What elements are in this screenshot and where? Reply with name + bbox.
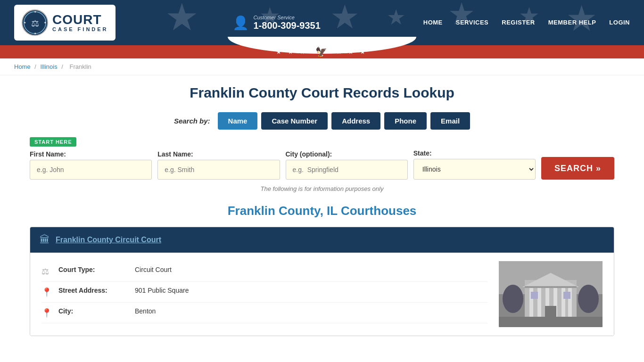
svg-text:★: ★ [34,10,36,13]
last-name-label: Last Name: [157,150,280,158]
search-form-container: START HERE First Name: Last Name: City (… [30,137,614,180]
courthouse-details: ⚖ Court Type: Circuit Court 📍 Street Add… [41,261,487,327]
courthouse-image-placeholder [499,261,603,327]
svg-point-9 [503,285,523,313]
svg-rect-19 [531,292,538,299]
breadcrumb-home[interactable]: Home [14,63,31,70]
search-by-label: Search by: [174,117,210,125]
customer-service: 👤 Customer Service 1-800-309-9351 [232,15,321,31]
city-input[interactable] [286,160,408,180]
page-title: Franklin County Court Records Lookup [30,85,614,101]
detail-row-court-type: ⚖ Court Type: Circuit Court [41,261,487,282]
nav-member-help[interactable]: MEMBER HELP [548,19,596,27]
address-icon: 📍 [41,287,53,297]
svg-text:★: ★ [44,21,46,24]
start-here-badge: START HERE [30,137,76,147]
tab-name[interactable]: Name [218,112,258,130]
courthouse-header: 🏛 Franklin County Circuit Court [30,227,614,253]
tab-email[interactable]: Email [430,112,470,130]
nav-register[interactable]: REGISTER [502,19,535,27]
svg-rect-22 [499,317,603,327]
nav-services[interactable]: SERVICES [456,19,489,27]
svg-rect-16 [568,287,572,318]
phone-icon: 👤 [232,15,249,31]
last-name-input[interactable] [157,160,280,180]
search-by-row: Search by: Name Case Number Address Phon… [30,112,614,130]
city-field: City (optional): [286,150,408,180]
county-section-title: Franklin County, IL Courthouses [30,204,614,218]
street-address-label: Street Address: [58,287,129,294]
breadcrumb: Home / Illinois / Franklin [0,58,644,75]
eagle-icon: 🦅 [315,46,329,58]
search-form-row: First Name: Last Name: City (optional): … [30,149,614,180]
detail-row-street-address: 📍 Street Address: 901 Public Square [41,282,487,303]
street-address-value: 901 Public Square [135,287,189,294]
logo-box[interactable]: ★ ★ ★ ★ ⚖ COURT CASE FINDER [14,5,116,41]
cs-label: Customer Service [254,15,321,20]
tab-case-number[interactable]: Case Number [261,112,328,130]
logo-text: COURT CASE FINDER [52,13,108,32]
svg-rect-18 [545,306,556,318]
search-button[interactable]: SEARCH » [541,157,614,180]
last-name-field: Last Name: [157,150,280,180]
tab-address[interactable]: Address [331,112,380,130]
stars-right: ★ ★ ★ [337,49,368,55]
state-select[interactable]: Illinois [413,159,536,180]
svg-point-23 [578,285,599,313]
svg-text:★: ★ [34,32,36,35]
first-name-input[interactable] [30,160,152,180]
svg-rect-21 [525,286,577,288]
court-type-icon: ⚖ [41,266,53,277]
logo-emblem-icon: ★ ★ ★ ★ ⚖ [21,9,49,36]
tab-phone[interactable]: Phone [384,112,427,130]
courthouse-image [499,261,603,327]
courthouse-card: 🏛 Franklin County Circuit Court ⚖ Court … [30,227,614,336]
logo-court-label: COURT [52,13,102,26]
main-nav: HOME SERVICES REGISTER MEMBER HELP LOGIN [423,19,630,27]
city-detail-label: City: [58,307,129,315]
first-name-label: First Name: [30,150,152,158]
city-detail-value: Benton [135,307,156,315]
courthouse-name-link[interactable]: Franklin County Circuit Court [56,236,161,244]
main-content: Franklin County Court Records Lookup Sea… [16,75,628,355]
eagle-banner: ★ ★ ★ 🦅 ★ ★ ★ [0,45,644,58]
svg-text:⚖: ⚖ [31,18,39,28]
cs-phone: 1-800-309-9351 [254,20,321,31]
breadcrumb-illinois[interactable]: Illinois [41,63,58,70]
stars-left: ★ ★ ★ [276,49,307,55]
courthouse-header-icon: 🏛 [40,234,50,246]
court-type-value: Circuit Court [135,266,172,273]
city-icon: 📍 [41,308,53,318]
state-label: State: [413,149,536,157]
logo-area: ★ ★ ★ ★ ⚖ COURT CASE FINDER [14,5,116,41]
svg-rect-12 [537,287,541,318]
svg-rect-20 [563,292,570,299]
first-name-field: First Name: [30,150,152,180]
nav-login[interactable]: LOGIN [609,19,630,27]
courthouse-body: ⚖ Court Type: Circuit Court 📍 Street Add… [30,253,614,336]
detail-row-city: 📍 City: Benton [41,303,487,323]
breadcrumb-sep1: / [34,63,36,70]
svg-rect-15 [561,287,565,318]
state-field: State: Illinois [413,149,536,180]
info-note: The following is for information purpose… [30,185,614,192]
svg-text:★: ★ [24,21,26,24]
breadcrumb-franklin: Franklin [70,63,91,70]
courthouse-building-svg [499,261,603,327]
city-label: City (optional): [286,150,408,158]
court-type-label: Court Type: [58,266,129,273]
nav-home[interactable]: HOME [423,19,443,27]
breadcrumb-sep2: / [61,63,63,70]
svg-rect-11 [529,287,533,318]
logo-case-finder-label: CASE FINDER [52,26,108,32]
site-header: ★ ★ ★ ★ ★ ★ ★ ★ ★ ★ ★ ⚖ [0,0,644,45]
